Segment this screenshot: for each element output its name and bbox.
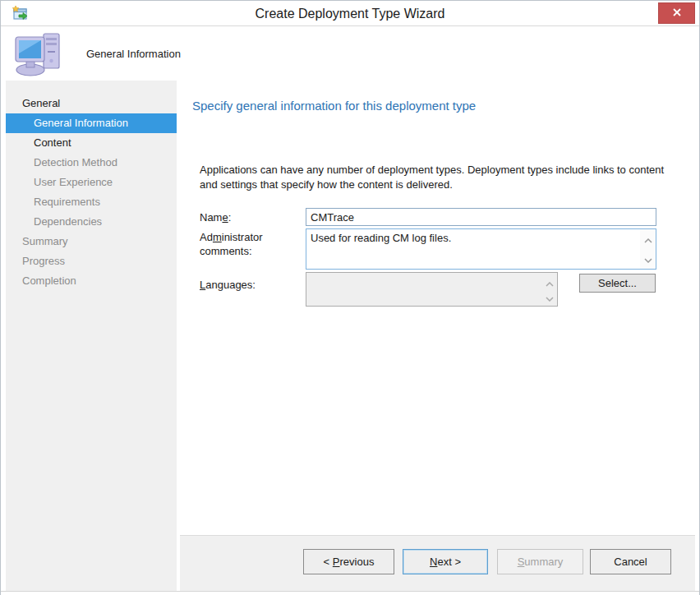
languages-label: Languages: <box>200 278 302 292</box>
sidebar-item-dependencies: Dependencies <box>6 212 177 232</box>
sidebar-item-requirements: Requirements <box>6 192 177 212</box>
summary-button: Summary <box>497 549 583 574</box>
next-button[interactable]: Next > <box>403 549 488 574</box>
languages-value <box>306 273 541 306</box>
sidebar-item-summary: Summary <box>6 232 177 251</box>
sidebar-item-label: General <box>22 97 60 109</box>
languages-textarea-disabled <box>306 272 558 307</box>
sidebar-item-progress: Progress <box>6 251 177 271</box>
administrator-comments-textarea[interactable]: Used for reading CM log files. <box>306 228 656 270</box>
close-button[interactable] <box>658 2 695 24</box>
previous-button[interactable]: < Previous <box>303 549 394 574</box>
sidebar-item-detection-method: Detection Method <box>6 153 177 173</box>
sidebar-item-label: General Information <box>34 117 128 129</box>
create-deployment-type-wizard-window: Create Deployment Type Wizard <box>0 0 700 595</box>
scroll-up-icon[interactable] <box>644 232 652 247</box>
close-icon <box>672 6 682 21</box>
name-input[interactable] <box>306 208 656 226</box>
sidebar-item-label: Progress <box>22 255 65 267</box>
administrator-comments-label: Administrator comments: <box>200 230 302 258</box>
sidebar-item-label: Summary <box>22 235 68 247</box>
sidebar-item-label: Content <box>34 136 71 149</box>
scroll-down-icon <box>546 290 554 305</box>
languages-scrollbar <box>541 273 557 306</box>
wizard-page-content: Specify general information for this dep… <box>180 81 695 536</box>
cancel-button[interactable]: Cancel <box>590 549 671 574</box>
sidebar-item-label: Requirements <box>34 196 100 208</box>
wizard-steps-sidebar: General General Information Content Dete… <box>6 81 177 591</box>
computer-icon <box>14 31 65 77</box>
sidebar-item-general-information[interactable]: General Information <box>6 113 177 133</box>
sidebar-item-completion: Completion <box>6 271 177 291</box>
name-label: Name: <box>200 210 302 224</box>
title-bar: Create Deployment Type Wizard <box>1 1 699 26</box>
page-heading: Specify general information for this dep… <box>192 99 476 113</box>
sidebar-item-general[interactable]: General <box>6 94 177 113</box>
sidebar-item-label: Detection Method <box>34 156 117 168</box>
sidebar-item-label: User Experience <box>34 176 113 188</box>
select-languages-button[interactable]: Select... <box>579 274 656 293</box>
header-page-title: General Information <box>86 27 181 81</box>
administrator-comments-value: Used for reading CM log files. <box>306 229 639 269</box>
window-title: Create Deployment Type Wizard <box>1 1 699 26</box>
sidebar-item-user-experience: User Experience <box>6 173 177 192</box>
select-button-label: Select... <box>598 277 637 289</box>
sidebar-item-label: Dependencies <box>34 215 102 228</box>
scroll-down-icon[interactable] <box>644 251 652 266</box>
sidebar-item-content[interactable]: Content <box>6 133 177 153</box>
wizard-header: General Information <box>1 27 699 81</box>
comments-scrollbar[interactable] <box>640 229 656 269</box>
sidebar-item-label: Completion <box>22 274 76 287</box>
page-description: Applications can have any number of depl… <box>200 163 675 192</box>
scroll-up-icon <box>546 275 554 290</box>
window-bottom-frame <box>1 591 699 595</box>
